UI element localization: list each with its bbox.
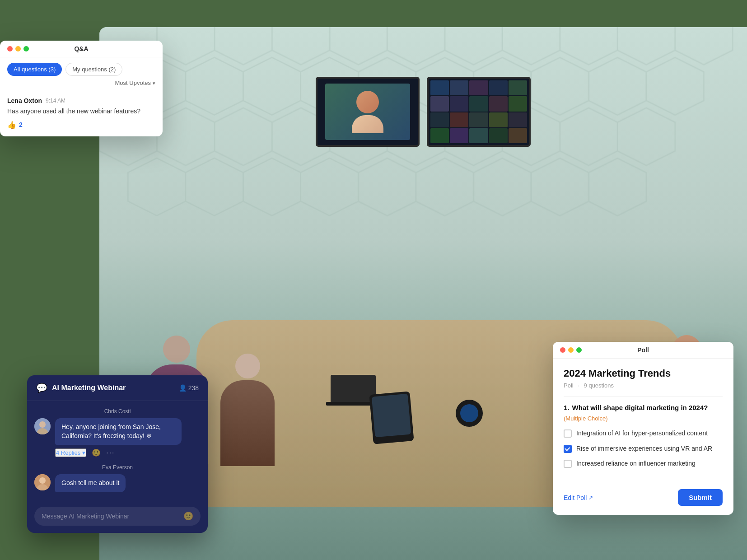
emoji-picker-button[interactable]: 🙂: [183, 511, 193, 521]
qa-timestamp: 9:14 AM: [46, 98, 65, 104]
qa-tabs: All questions (3) My questions (2): [0, 57, 163, 79]
chat-message-row-chris: Hey, anyone joining from San Jose, Calif…: [34, 418, 201, 445]
smart-speaker: [456, 400, 483, 427]
chat-window: 💬 AI Marketing Webinar 👤 238 Chris Costi…: [27, 375, 208, 533]
thumbs-up-icon: 👍: [7, 121, 16, 129]
poll-meta-separator: ·: [578, 382, 579, 389]
poll-checkbox-3[interactable]: [564, 460, 572, 468]
chat-message-group-chris: Chris Costi Hey, anyone joining from San…: [34, 408, 201, 457]
edit-poll-label: Edit Poll: [564, 494, 587, 501]
tablet: [369, 392, 414, 444]
chat-attendees: 👤 238: [179, 384, 199, 392]
replies-button[interactable]: 4 Replies ▾: [55, 448, 86, 457]
poll-checkbox-1[interactable]: [564, 429, 572, 438]
chat-title: AI Marketing Webinar: [52, 384, 126, 392]
chat-bubble-eva: Gosh tell me about it: [55, 474, 126, 492]
edit-poll-link[interactable]: Edit Poll ↗: [564, 494, 593, 501]
avatar-eva: [34, 474, 51, 490]
tab-all-questions[interactable]: All questions (3): [7, 63, 62, 76]
poll-window-controls: [560, 347, 582, 353]
poll-titlebar: Poll: [553, 342, 733, 359]
chat-title-area: 💬 AI Marketing Webinar: [36, 383, 126, 393]
poll-option-3[interactable]: Increased reliance on influencer marketi…: [564, 459, 723, 468]
poll-question-header: 1. What will shape digital marketing in …: [564, 404, 723, 413]
qa-upvote-button[interactable]: 👍 2: [7, 121, 155, 129]
qa-window: Q&A All questions (3) My questions (2) M…: [0, 41, 163, 136]
svg-point-2: [39, 421, 46, 428]
chat-input[interactable]: [42, 513, 179, 520]
qa-author-row: Lena Oxton 9:14 AM: [7, 97, 155, 104]
monitor-presenter: [316, 77, 420, 147]
qa-title: Q&A: [74, 45, 88, 52]
qa-titlebar: Q&A: [0, 41, 163, 57]
window-controls: [7, 46, 29, 51]
poll-minimize-button[interactable]: [568, 347, 574, 353]
chevron-down-icon: ▾: [82, 449, 85, 456]
qa-author-name: Lena Oxton: [7, 97, 42, 104]
external-link-icon: ↗: [588, 495, 593, 501]
chat-icon: 💬: [36, 383, 47, 393]
monitor-gallery: [427, 77, 531, 147]
maximize-button[interactable]: [23, 46, 29, 51]
poll-header: 2024 Marketing Trends Poll · 9 questions: [553, 359, 733, 396]
attendees-count: 238: [188, 384, 199, 392]
chat-bubble-chris: Hey, anyone joining from San Jose, Calif…: [55, 418, 182, 445]
emoji-react-button[interactable]: 🙂: [92, 448, 101, 457]
poll-option-2[interactable]: Rise of immersive experiences using VR a…: [564, 444, 723, 453]
minimize-button[interactable]: [15, 46, 21, 51]
poll-option-1[interactable]: Integration of AI for hyper-personalized…: [564, 429, 723, 438]
poll-maximize-button[interactable]: [576, 347, 582, 353]
poll-meta: Poll · 9 questions: [564, 382, 723, 389]
chat-sender-chris: Chris Costi: [34, 408, 201, 415]
poll-option-2-text: Rise of immersive experiences using VR a…: [576, 444, 712, 453]
poll-titlebar-title: Poll: [637, 346, 649, 354]
poll-question-number: 1.: [564, 404, 570, 413]
poll-submit-button[interactable]: Submit: [678, 489, 723, 506]
poll-close-button[interactable]: [560, 347, 565, 353]
poll-question-type: (Multiple Choice): [564, 415, 723, 422]
qa-sort-dropdown[interactable]: Most Upvotes: [0, 79, 163, 92]
chevron-down-icon: [153, 79, 155, 86]
chat-message-group-eva: Eva Everson Gosh tell me about it: [34, 464, 201, 492]
svg-point-5: [39, 477, 46, 484]
chat-body: Chris Costi Hey, anyone joining from San…: [27, 401, 208, 507]
chat-sender-eva: Eva Everson: [34, 464, 201, 471]
qa-upvote-count: 2: [19, 121, 23, 128]
poll-option-1-text: Integration of AI for hyper-personalized…: [576, 429, 708, 438]
chat-header: 💬 AI Marketing Webinar 👤 238: [27, 375, 208, 401]
people-icon: 👤: [179, 384, 187, 392]
avatar-eva-image: [34, 474, 51, 490]
poll-body: 1. What will shape digital marketing in …: [553, 397, 733, 484]
tab-my-questions[interactable]: My questions (2): [65, 63, 122, 76]
chat-replies-row: 4 Replies ▾ 🙂 ···: [55, 448, 201, 457]
qa-sort-label: Most Upvotes: [115, 79, 151, 86]
poll-option-3-text: Increased reliance on influencer marketi…: [576, 459, 696, 468]
hex-wall-pattern: [99, 27, 747, 347]
qa-question-item: Lena Oxton 9:14 AM Has anyone used all t…: [0, 92, 163, 136]
poll-footer: Edit Poll ↗ Submit: [553, 484, 733, 515]
poll-type-label: Poll: [564, 382, 574, 389]
poll-checkbox-2[interactable]: [564, 445, 572, 453]
replies-label: 4 Replies: [56, 449, 80, 456]
poll-title: 2024 Marketing Trends: [564, 368, 723, 379]
avatar-chris: [34, 418, 51, 434]
chat-message-row-eva: Gosh tell me about it: [34, 474, 201, 492]
poll-window: Poll 2024 Marketing Trends Poll · 9 ques…: [553, 342, 733, 515]
poll-questions-count: 9 questions: [584, 382, 614, 389]
more-options-button[interactable]: ···: [106, 449, 115, 457]
chat-input-area: 🙂: [34, 507, 201, 526]
poll-question-text: What will shape digital marketing in 202…: [572, 404, 708, 411]
qa-question-text: Has anyone used all the new webinar feat…: [7, 107, 155, 116]
close-button[interactable]: [7, 46, 13, 51]
person-left-2: [216, 354, 279, 480]
dual-monitors: [316, 77, 531, 147]
avatar-chris-image: [34, 418, 51, 434]
